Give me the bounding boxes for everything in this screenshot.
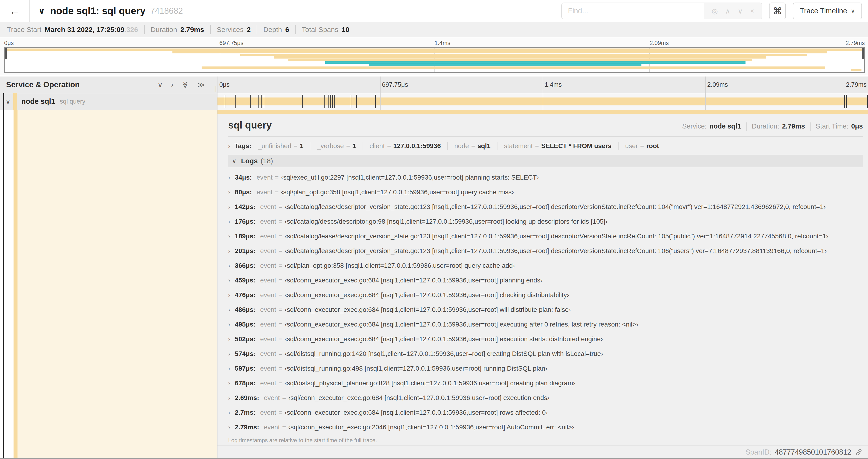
collapse-one-icon[interactable]: ∨ xyxy=(157,81,163,89)
log-row[interactable]: ›189μs:event=‹sql/catalog/lease/descript… xyxy=(228,233,863,240)
log-field-key: event xyxy=(260,350,276,358)
log-timestamp: 574μs: xyxy=(235,350,255,358)
log-field-equals: = xyxy=(279,291,282,299)
minimap-axis-labels: 0μs697.75μs1.4ms2.09ms2.79ms xyxy=(4,39,865,47)
tag-separator xyxy=(618,142,619,150)
chevron-right-icon[interactable]: › xyxy=(228,262,230,269)
expand-one-icon[interactable]: › xyxy=(171,81,174,89)
tag-separator xyxy=(310,142,310,150)
expand-all-icon[interactable]: ≫ xyxy=(198,81,205,89)
chevron-right-icon[interactable]: › xyxy=(228,351,230,357)
jaeger-trace-timeline-page: ← ∨ node sql1: sql query 7418682 ◎∧∨× ⌘ … xyxy=(0,0,868,459)
chevron-right-icon[interactable]: › xyxy=(228,248,230,255)
logs-header[interactable]: ∨ Logs (18) xyxy=(228,155,863,167)
command-icon: ⌘ xyxy=(773,6,782,16)
chevron-down-icon[interactable]: ∨ xyxy=(232,157,236,165)
header-toolbar: ◎∧∨× ⌘ Trace Timeline ∨ xyxy=(561,3,862,19)
find-input[interactable] xyxy=(562,3,704,19)
prev-match-icon[interactable]: ∧ xyxy=(725,7,730,15)
tag-value: sql1 xyxy=(477,142,491,150)
log-field-value: ‹sql/conn_executor_exec.go:684 [nsql1,cl… xyxy=(285,409,548,416)
log-row[interactable]: ›678μs:event=‹sql/distsql_physical_plann… xyxy=(228,380,863,387)
log-marker-tick xyxy=(844,95,845,108)
deep-link-icon[interactable] xyxy=(855,448,863,456)
chevron-right-icon[interactable]: › xyxy=(228,306,230,313)
minimap-axis-label: 1.4ms xyxy=(434,40,450,46)
chevron-right-icon[interactable]: › xyxy=(228,380,230,387)
log-row[interactable]: ›476μs:event=‹sql/conn_executor_exec.go:… xyxy=(228,291,863,299)
chevron-right-icon[interactable]: › xyxy=(228,233,230,240)
chevron-right-icon[interactable]: › xyxy=(228,277,230,284)
chevron-right-icon[interactable]: › xyxy=(228,204,230,210)
log-row[interactable]: ›80μs:event=‹sql/plan_opt.go:358 [nsql1,… xyxy=(228,189,863,196)
chevron-right-icon[interactable]: › xyxy=(228,292,230,299)
chevron-right-icon[interactable]: › xyxy=(228,218,230,225)
minimap-canvas[interactable] xyxy=(4,47,865,73)
log-marker-tick xyxy=(236,95,236,108)
chevron-right-icon[interactable]: › xyxy=(228,321,230,328)
chevron-right-icon[interactable]: › xyxy=(228,189,230,196)
log-row[interactable]: ›597μs:event=‹sql/distsql_running.go:498… xyxy=(228,365,863,372)
log-row[interactable]: ›2.69ms:event=‹sql/conn_executor_exec.go… xyxy=(228,394,863,402)
chevron-right-icon[interactable]: › xyxy=(228,365,230,372)
chevron-down-icon: ∨ xyxy=(851,8,855,14)
collapse-all-icon[interactable]: ≫ xyxy=(181,81,189,88)
trace-collapse-icon[interactable]: ∨ xyxy=(38,6,45,16)
log-marker-tick xyxy=(332,95,333,108)
chevron-right-icon[interactable]: › xyxy=(228,336,230,342)
log-marker-tick xyxy=(328,95,329,108)
minimap-right-handle[interactable] xyxy=(862,48,864,59)
summary-item: Depth6 xyxy=(257,25,295,34)
log-row[interactable]: ›201μs:event=‹sql/catalog/lease/descript… xyxy=(228,247,863,255)
keyboard-shortcuts-button[interactable]: ⌘ xyxy=(769,3,786,19)
span-detail-content: sql query Service:node sql1Duration:2.79… xyxy=(217,114,868,445)
next-match-icon[interactable]: ∨ xyxy=(738,7,743,15)
timeline-gridline xyxy=(705,93,706,110)
logs-list: ›34μs:event=‹sql/exec_util.go:2297 [nsql… xyxy=(228,174,863,431)
span-row-name-cell[interactable]: ∨ node sql1 sql query xyxy=(0,93,217,110)
log-row[interactable]: ›176μs:event=‹sql/catalog/descs/descript… xyxy=(228,218,863,225)
log-row[interactable]: ›502μs:event=‹sql/conn_executor_exec.go:… xyxy=(228,335,863,343)
back-button[interactable]: ← xyxy=(0,0,30,22)
chevron-right-icon[interactable]: › xyxy=(228,174,230,181)
span-detail-header: sql query Service:node sql1Duration:2.79… xyxy=(228,120,863,131)
log-row[interactable]: ›574μs:event=‹sql/distsql_running.go:142… xyxy=(228,350,863,358)
tags-row[interactable]: › Tags: _unfinished=1_verbose=1client=12… xyxy=(228,142,863,150)
chevron-right-icon[interactable]: › xyxy=(228,424,230,431)
tag-equals: = xyxy=(387,142,391,150)
log-timestamp: 189μs: xyxy=(235,233,255,240)
log-field-equals: = xyxy=(279,262,282,269)
log-row[interactable]: ›2.79ms:event=‹sql/conn_executor_exec.go… xyxy=(228,424,863,431)
log-field-equals: = xyxy=(279,335,282,343)
log-row[interactable]: ›34μs:event=‹sql/exec_util.go:2297 [nsql… xyxy=(228,174,863,181)
match-target-icon[interactable]: ◎ xyxy=(712,7,718,15)
expanded-row-accent xyxy=(3,110,4,459)
view-selector-button[interactable]: Trace Timeline ∨ xyxy=(793,3,862,19)
minimap-span-bar xyxy=(5,48,864,51)
span-color-strip xyxy=(13,110,18,459)
clear-find-icon[interactable]: × xyxy=(750,7,754,15)
log-field-equals: = xyxy=(279,380,282,387)
column-resize-grip[interactable]: ∥ xyxy=(214,85,217,92)
minimap-axis-label: 2.09ms xyxy=(650,40,669,46)
chevron-down-icon[interactable]: ∨ xyxy=(6,98,10,105)
span-row: ∨ node sql1 sql query xyxy=(0,93,868,110)
log-field-equals: = xyxy=(279,365,282,372)
log-row[interactable]: ›486μs:event=‹sql/conn_executor_exec.go:… xyxy=(228,306,863,314)
minimap-span-bar xyxy=(173,51,827,54)
minimap-left-handle[interactable] xyxy=(5,48,7,59)
chevron-right-icon[interactable]: › xyxy=(228,395,230,401)
chevron-right-icon[interactable]: › xyxy=(228,409,230,416)
log-row[interactable]: ›459μs:event=‹sql/conn_executor_exec.go:… xyxy=(228,276,863,284)
log-row[interactable]: ›142μs:event=‹sql/catalog/lease/descript… xyxy=(228,203,863,210)
log-field-key: event xyxy=(260,306,276,314)
log-row[interactable]: ›495μs:event=‹sql/conn_executor_exec.go:… xyxy=(228,321,863,328)
chevron-right-icon[interactable]: › xyxy=(228,142,230,150)
log-field-key: event xyxy=(260,262,276,269)
log-row[interactable]: ›2.7ms:event=‹sql/conn_executor_exec.go:… xyxy=(228,409,863,416)
tag-item: statement=SELECT * FROM users xyxy=(504,142,612,150)
timeline-gridline xyxy=(543,76,543,93)
log-marker-tick xyxy=(261,95,261,108)
tag-value: 1 xyxy=(300,142,304,150)
log-row[interactable]: ›366μs:event=‹sql/plan_opt.go:358 [nsql1… xyxy=(228,262,863,269)
